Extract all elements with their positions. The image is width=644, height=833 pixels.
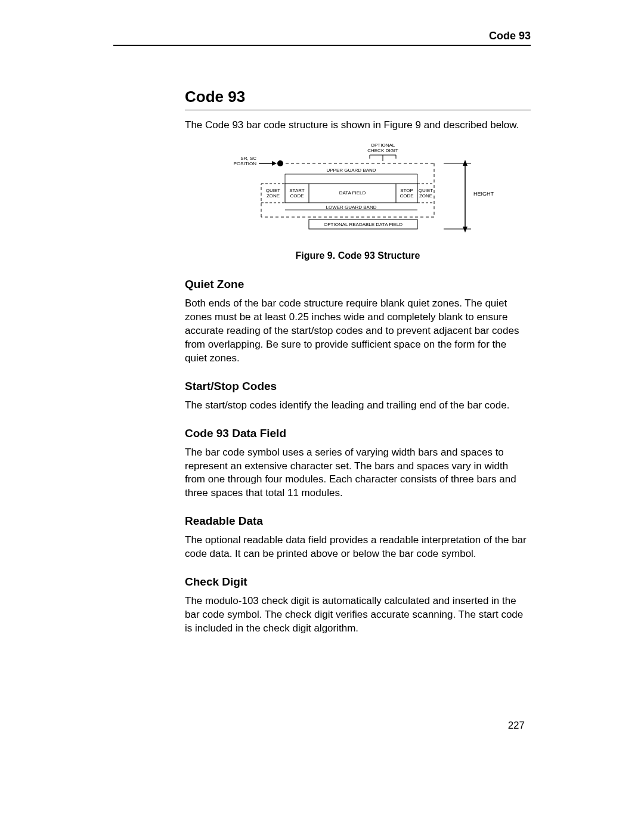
label-upper-guard: UPPER GUARD BAND xyxy=(326,168,376,173)
svg-marker-25 xyxy=(463,227,467,233)
label-optional-cd-2: CHECK DIGIT xyxy=(367,148,398,153)
body-data-field: The bar code symbol uses a series of var… xyxy=(185,446,531,501)
heading-readable-data: Readable Data xyxy=(185,515,531,528)
page: Code 93 Code 93 The Code 93 bar code str… xyxy=(0,0,644,833)
running-head-text: Code 93 xyxy=(489,30,531,42)
page-number: 227 xyxy=(508,720,525,732)
content-area: Code 93 The Code 93 bar code structure i… xyxy=(185,88,531,636)
label-start-2: CODE xyxy=(290,193,304,199)
label-lower-guard: LOWER GUARD BAND xyxy=(326,205,377,210)
label-sr-sc-2: POSITION xyxy=(234,161,256,166)
svg-marker-5 xyxy=(272,161,277,166)
body-readable-data: The optional readable data field provide… xyxy=(185,534,531,561)
label-stop-2: CODE xyxy=(400,193,413,199)
heading-quiet-zone: Quiet Zone xyxy=(185,278,531,291)
running-head: Code 93 xyxy=(113,30,531,46)
figure-code93-structure: OPTIONAL CHECK DIGIT SR, SC POSITION xyxy=(185,141,531,236)
body-start-stop: The start/stop codes identify the leadin… xyxy=(185,399,531,413)
label-sr-sc-1: SR, SC xyxy=(240,156,256,161)
label-quiet-l-1: QUIET xyxy=(266,188,281,193)
label-readable: OPTIONAL READABLE DATA FIELD xyxy=(324,222,402,227)
label-quiet-l-2: ZONE xyxy=(267,193,280,199)
label-quiet-r-2: ZONE xyxy=(419,193,432,199)
label-quiet-r-1: QUIET xyxy=(419,188,434,193)
label-start-1: START xyxy=(289,188,305,193)
label-data-field: DATA FIELD xyxy=(339,190,366,196)
figure-caption: Figure 9. Code 93 Structure xyxy=(185,250,531,261)
intro-paragraph: The Code 93 bar code structure is shown … xyxy=(185,119,531,132)
label-optional-cd-1: OPTIONAL xyxy=(371,143,395,148)
label-height: HEIGHT xyxy=(473,191,494,197)
heading-data-field: Code 93 Data Field xyxy=(185,427,531,440)
label-stop-1: STOP xyxy=(400,188,413,193)
body-check-digit: The modulo-103 check digit is automatica… xyxy=(185,594,531,636)
heading-start-stop: Start/Stop Codes xyxy=(185,380,531,393)
heading-check-digit: Check Digit xyxy=(185,575,531,589)
section-title: Code 93 xyxy=(185,88,531,110)
svg-marker-24 xyxy=(463,160,467,166)
figure-svg: OPTIONAL CHECK DIGIT SR, SC POSITION xyxy=(221,141,495,236)
body-quiet-zone: Both ends of the bar code structure requ… xyxy=(185,297,531,366)
